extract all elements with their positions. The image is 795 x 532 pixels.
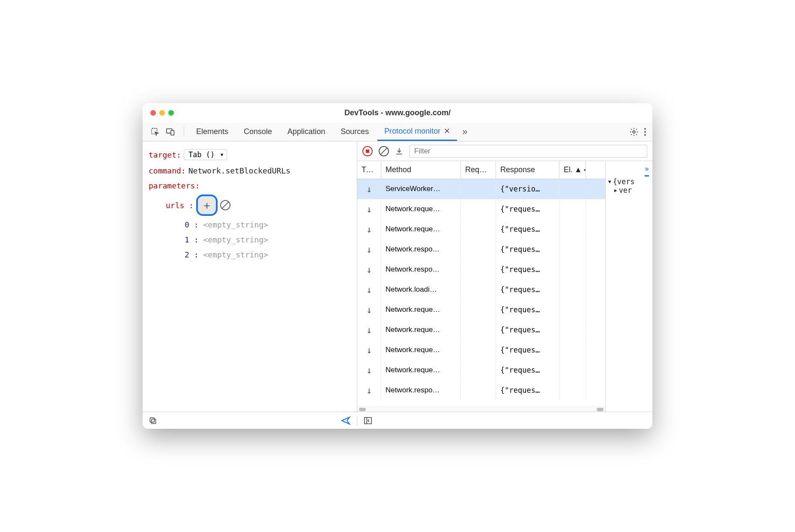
settings-icon[interactable] (628, 126, 640, 138)
sort-asc-icon: ▲ (574, 165, 582, 174)
horizontal-scrollbar[interactable] (357, 406, 605, 412)
copy-icon[interactable] (149, 416, 157, 425)
row-request (461, 199, 496, 219)
record-button[interactable] (362, 146, 373, 156)
download-icon[interactable] (395, 147, 403, 155)
direction-icon: ↓ (357, 320, 381, 340)
row-request (461, 380, 496, 400)
tab-elements[interactable]: Elements (189, 123, 235, 141)
row-elapsed (559, 300, 586, 320)
tab-application[interactable]: Application (281, 123, 332, 141)
log-row[interactable]: ↓Network.reque…{"reques… (357, 219, 605, 239)
tabbar: Elements Console Application Sources Pro… (143, 123, 652, 141)
log-row[interactable]: ↓Network.respo…{"reques… (357, 239, 605, 260)
tab-console[interactable]: Console (237, 123, 279, 141)
col-response[interactable]: Response (496, 161, 559, 179)
row-response: {"reques… (496, 219, 559, 239)
tab-sources[interactable]: Sources (334, 123, 376, 141)
titlebar: DevTools - www.google.com/ (143, 103, 652, 123)
direction-icon: ↓ (357, 360, 381, 380)
row-response: {"reques… (496, 239, 559, 259)
row-method: Network.reque… (381, 199, 461, 219)
log-columns-header: Type Method Requ… Response El.▲● (357, 161, 605, 179)
command-editor-pane: target: Tab () command: Network.setBlock… (143, 141, 357, 412)
row-request (461, 360, 496, 380)
row-method: Network.reque… (381, 219, 461, 239)
clear-log-button[interactable] (379, 146, 389, 156)
row-response: {"reques… (496, 300, 559, 320)
row-request (461, 280, 496, 299)
devtools-window: DevTools - www.google.com/ Elements Cons… (143, 103, 652, 429)
separator (184, 127, 184, 137)
add-url-button[interactable]: ＋ (198, 196, 216, 214)
url-item-0[interactable]: 0 : <empty_string> (185, 220, 351, 229)
window-title: DevTools - www.google.com/ (143, 108, 652, 117)
col-type[interactable]: Type (357, 161, 381, 179)
target-select[interactable]: Tab () (184, 149, 227, 160)
row-request (461, 340, 496, 360)
row-response: {"reques… (496, 280, 559, 299)
svg-point-3 (633, 131, 635, 133)
direction-icon: ↓ (357, 179, 381, 199)
row-response: {"reques… (496, 260, 559, 279)
row-response: {"reques… (496, 360, 559, 380)
url-item-2[interactable]: 2 : <empty_string> (185, 250, 351, 259)
kebab-menu-icon[interactable] (642, 126, 648, 138)
device-toggle-icon[interactable] (166, 127, 175, 137)
direction-icon: ↓ (357, 300, 381, 320)
col-method[interactable]: Method (381, 161, 461, 179)
filter-input[interactable] (409, 145, 647, 158)
row-method: Network.reque… (381, 340, 461, 360)
urls-label: urls : (166, 201, 194, 210)
row-method: Network.respo… (381, 260, 461, 279)
row-elapsed (559, 280, 586, 299)
detail-pane: » ▼{vers ▶ver (605, 161, 652, 412)
command-label: command: (149, 166, 186, 175)
log-row[interactable]: ↓Network.reque…{"reques… (357, 320, 605, 340)
row-request (461, 300, 496, 320)
detail-child[interactable]: ▶ver (614, 186, 650, 194)
protocol-log-pane: Type Method Requ… Response El.▲● ↓Servic… (357, 141, 652, 412)
row-elapsed (559, 219, 586, 239)
more-panels-icon[interactable]: » (645, 164, 649, 176)
direction-icon: ↓ (357, 199, 381, 219)
row-method: ServiceWorker… (381, 179, 461, 199)
svg-point-6 (644, 134, 646, 136)
more-tabs-icon[interactable]: » (459, 126, 471, 137)
log-row[interactable]: ↓Network.reque…{"reques… (357, 340, 605, 360)
send-command-button[interactable] (341, 415, 351, 426)
toggle-sidebar-icon[interactable] (363, 416, 373, 425)
col-request[interactable]: Requ… (461, 161, 496, 179)
footer (143, 412, 652, 429)
row-request (461, 320, 496, 340)
tab-protocol-monitor[interactable]: Protocol monitor ✕ (377, 123, 457, 141)
row-method: Network.respo… (381, 380, 461, 400)
svg-point-5 (644, 131, 646, 133)
row-elapsed (559, 260, 586, 279)
direction-icon: ↓ (357, 219, 381, 239)
url-item-1[interactable]: 1 : <empty_string> (185, 235, 351, 244)
svg-rect-8 (150, 418, 154, 422)
clear-urls-button[interactable] (220, 200, 230, 210)
log-row[interactable]: ↓Network.reque…{"reques… (357, 300, 605, 320)
log-row[interactable]: ↓Network.respo…{"reques… (357, 380, 605, 400)
log-row[interactable]: ↓Network.reque…{"reques… (357, 199, 605, 219)
row-elapsed (559, 179, 586, 199)
log-row[interactable]: ↓Network.respo…{"reques… (357, 260, 605, 280)
row-request (461, 260, 496, 279)
detail-root[interactable]: ▼{vers (608, 177, 650, 186)
log-rows[interactable]: ↓ServiceWorker…{"versio…↓Network.reque…{… (357, 179, 605, 406)
svg-rect-7 (152, 419, 156, 423)
row-method: Network.reque… (381, 300, 461, 320)
col-elapsed[interactable]: El.▲● (559, 161, 586, 179)
inspect-element-icon[interactable] (150, 127, 160, 137)
log-row[interactable]: ↓ServiceWorker…{"versio… (357, 179, 605, 199)
row-elapsed (559, 360, 586, 380)
row-response: {"reques… (496, 199, 559, 219)
log-row[interactable]: ↓Network.reque…{"reques… (357, 360, 605, 380)
close-tab-icon[interactable]: ✕ (444, 126, 450, 136)
direction-icon: ↓ (357, 260, 381, 279)
row-request (461, 179, 496, 199)
log-row[interactable]: ↓Network.loadi…{"reques… (357, 280, 605, 300)
row-request (461, 239, 496, 259)
